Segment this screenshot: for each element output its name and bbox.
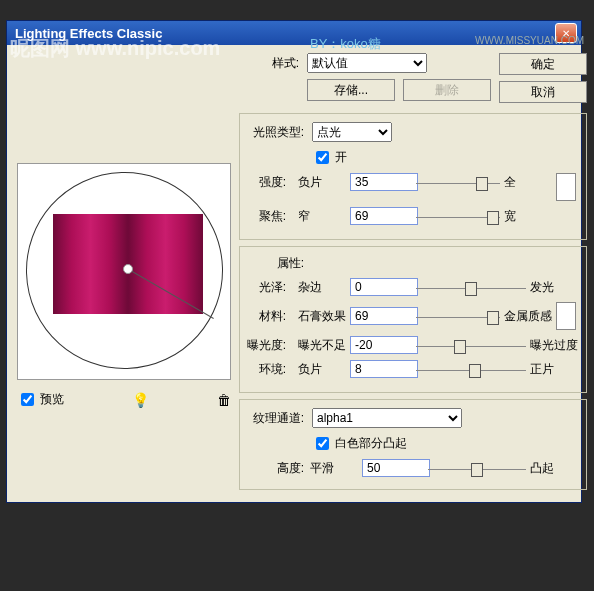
intensity-left-label: 负片 <box>298 174 346 191</box>
height-label: 高度: <box>244 460 304 477</box>
focus-left-label: 窄 <box>298 208 346 225</box>
save-button[interactable]: 存储... <box>307 79 395 101</box>
exposure-input[interactable] <box>350 336 418 354</box>
lightbulb-icon[interactable]: 💡 <box>132 392 149 408</box>
close-button[interactable]: ✕ <box>555 23 577 43</box>
gloss-slider[interactable] <box>416 278 526 296</box>
material-input[interactable] <box>350 307 418 325</box>
focus-slider[interactable] <box>416 207 500 225</box>
gloss-right-label: 发光 <box>530 279 578 296</box>
properties-group: 属性: 光泽: 杂边 发光 材料: 石膏效果 金属质感 曝光 <box>239 246 587 393</box>
ambience-label: 环境: <box>244 361 286 378</box>
material-right-label: 金属质感 <box>504 308 552 325</box>
texture-channel-select[interactable]: alpha1 <box>312 408 462 428</box>
ambience-input[interactable] <box>350 360 418 378</box>
focus-label: 聚焦: <box>244 208 286 225</box>
exposure-right-label: 曝光过度 <box>530 337 578 354</box>
delete-button[interactable]: 删除 <box>403 79 491 101</box>
material-label: 材料: <box>244 308 286 325</box>
height-input[interactable] <box>362 459 430 477</box>
material-slider[interactable] <box>416 307 500 325</box>
gloss-input[interactable] <box>350 278 418 296</box>
exposure-label: 曝光度: <box>244 337 286 354</box>
focus-input[interactable] <box>350 207 418 225</box>
gloss-left-label: 杂边 <box>298 279 346 296</box>
intensity-right-label: 全 <box>504 174 552 191</box>
material-left-label: 石膏效果 <box>298 308 346 325</box>
light-type-label: 光照类型: <box>244 124 304 141</box>
light-on-checkbox[interactable]: 开 <box>312 148 347 167</box>
light-on-label: 开 <box>335 149 347 166</box>
lighting-effects-dialog: Lighting Effects Classic ✕ 预览 💡 🗑 <box>6 20 582 503</box>
white-high-checkbox[interactable]: 白色部分凸起 <box>312 434 407 453</box>
height-left-label: 平滑 <box>310 460 358 477</box>
gloss-label: 光泽: <box>244 279 286 296</box>
texture-label: 纹理通道: <box>244 410 304 427</box>
window-title: Lighting Effects Classic <box>11 26 553 41</box>
intensity-slider[interactable] <box>416 173 500 191</box>
style-label: 样式: <box>239 55 299 72</box>
focus-right-label: 宽 <box>504 208 552 225</box>
height-right-label: 凸起 <box>530 460 578 477</box>
style-select[interactable]: 默认值 <box>307 53 427 73</box>
preview-label: 预览 <box>40 391 64 408</box>
light-color-swatch[interactable] <box>556 173 576 201</box>
ambience-left-label: 负片 <box>298 361 346 378</box>
light-center-handle[interactable] <box>123 264 133 274</box>
titlebar: Lighting Effects Classic ✕ <box>7 21 581 45</box>
exposure-slider[interactable] <box>416 336 526 354</box>
exposure-left-label: 曝光不足 <box>298 337 346 354</box>
light-type-select[interactable]: 点光 <box>312 122 392 142</box>
cancel-button[interactable]: 取消 <box>499 81 587 103</box>
preview-canvas[interactable] <box>17 163 231 380</box>
height-slider[interactable] <box>428 459 526 477</box>
properties-label: 属性: <box>244 255 304 272</box>
ok-button[interactable]: 确定 <box>499 53 587 75</box>
ambience-slider[interactable] <box>416 360 526 378</box>
white-high-label: 白色部分凸起 <box>335 435 407 452</box>
preview-checkbox[interactable]: 预览 <box>17 390 64 409</box>
trash-icon[interactable]: 🗑 <box>217 392 231 408</box>
texture-group: 纹理通道: alpha1 白色部分凸起 高度: 平滑 凸起 <box>239 399 587 490</box>
ambience-color-swatch[interactable] <box>556 302 576 330</box>
intensity-input[interactable] <box>350 173 418 191</box>
light-type-group: 光照类型: 点光 开 强度: 负片 全 聚焦: 窄 <box>239 113 587 240</box>
ambience-right-label: 正片 <box>530 361 578 378</box>
intensity-label: 强度: <box>244 174 286 191</box>
